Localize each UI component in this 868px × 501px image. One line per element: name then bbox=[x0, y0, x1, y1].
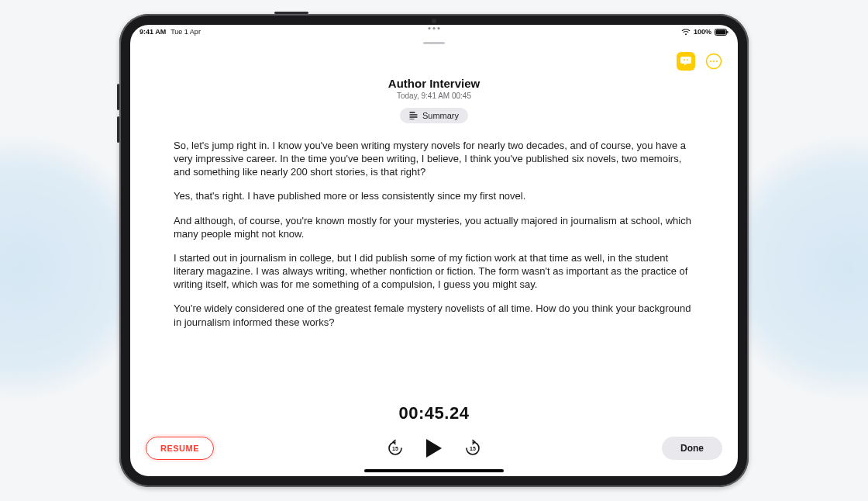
battery-percent: 100% bbox=[694, 28, 711, 36]
svg-rect-1 bbox=[716, 29, 726, 34]
battery-icon bbox=[715, 29, 728, 36]
quote-badge-icon bbox=[677, 52, 695, 71]
transcript-paragraph: Yes, that's right. I have published more… bbox=[174, 189, 694, 202]
done-label: Done bbox=[680, 443, 704, 454]
skip-back-15-button[interactable]: 15 bbox=[385, 438, 405, 458]
multitask-dots-icon[interactable] bbox=[429, 27, 440, 29]
status-date: Tue 1 Apr bbox=[170, 28, 201, 36]
resume-recording-button[interactable]: RESUME bbox=[146, 437, 214, 460]
play-button[interactable] bbox=[422, 437, 446, 460]
wifi-icon bbox=[681, 29, 691, 36]
svg-rect-2 bbox=[727, 30, 728, 33]
top-actions-group bbox=[676, 51, 724, 71]
skip-forward-icon: 15 bbox=[463, 439, 482, 458]
play-icon bbox=[424, 437, 444, 459]
status-time: 9:41 AM bbox=[140, 28, 166, 36]
svg-point-3 bbox=[684, 59, 685, 60]
svg-point-7 bbox=[713, 60, 715, 62]
svg-text:15: 15 bbox=[470, 446, 476, 451]
hardware-camera-dot bbox=[432, 19, 436, 23]
sheet-grab-handle[interactable] bbox=[423, 42, 445, 44]
summary-label: Summary bbox=[422, 111, 459, 120]
svg-point-8 bbox=[716, 60, 718, 62]
recording-title: Author Interview bbox=[130, 77, 738, 90]
svg-point-4 bbox=[687, 59, 688, 60]
hardware-volume-up bbox=[117, 84, 119, 110]
transcript-paragraph: So, let's jump right in. I know you've b… bbox=[174, 139, 694, 178]
done-button[interactable]: Done bbox=[662, 437, 722, 460]
more-options-button[interactable] bbox=[704, 51, 724, 71]
hardware-volume-down bbox=[117, 116, 119, 143]
recording-header: Author Interview Today, 9:41 AM 00:45 Su… bbox=[130, 77, 738, 123]
playback-footer: 00:45.24 RESUME 15 bbox=[130, 403, 738, 476]
recording-subtitle: Today, 9:41 AM 00:45 bbox=[130, 92, 738, 100]
resume-label: RESUME bbox=[160, 444, 199, 453]
hardware-power-button bbox=[274, 12, 308, 14]
svg-point-6 bbox=[710, 60, 711, 62]
skip-forward-15-button[interactable]: 15 bbox=[463, 438, 483, 458]
svg-text:15: 15 bbox=[392, 446, 398, 451]
ellipsis-circle-icon bbox=[705, 53, 722, 70]
summary-icon bbox=[409, 112, 418, 119]
skip-back-icon: 15 bbox=[386, 439, 405, 458]
screen: 9:41 AM Tue 1 Apr 100% bbox=[130, 25, 738, 476]
summary-pill-button[interactable]: Summary bbox=[400, 108, 468, 123]
transcript-body[interactable]: So, let's jump right in. I know you've b… bbox=[130, 123, 738, 403]
transcript-button[interactable] bbox=[676, 51, 696, 71]
playback-timecode: 00:45.24 bbox=[146, 403, 722, 423]
playback-controls-row: RESUME 15 bbox=[146, 434, 722, 462]
ipad-device-frame: 9:41 AM Tue 1 Apr 100% bbox=[119, 14, 749, 487]
transcript-paragraph: I started out in journalism in college, … bbox=[174, 251, 694, 291]
transcript-paragraph: And although, of course, you're known mo… bbox=[174, 214, 694, 240]
transcript-paragraph: You're widely considered one of the grea… bbox=[174, 302, 694, 328]
home-indicator[interactable] bbox=[364, 469, 504, 472]
status-bar: 9:41 AM Tue 1 Apr 100% bbox=[130, 25, 738, 39]
